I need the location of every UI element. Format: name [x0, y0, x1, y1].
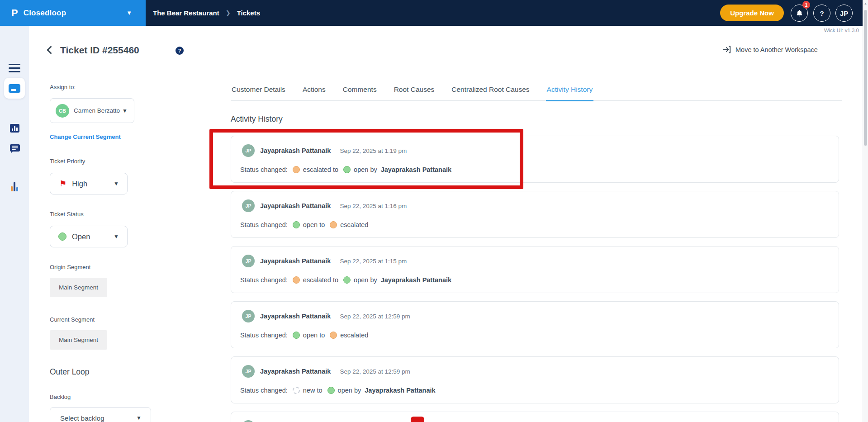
back-button[interactable]	[47, 46, 55, 54]
activity-card: JP Jayaprakash Pattanaik Sep 22, 2025 at…	[231, 301, 839, 348]
assignee-dropdown[interactable]: CB Carmen Berzatto ▼	[50, 98, 134, 123]
activity-user: Jayaprakash Pattanaik	[260, 313, 331, 320]
sidebar-item-analytics[interactable]	[10, 124, 19, 133]
user-avatar: JP	[242, 199, 255, 212]
bar-chart-icon	[12, 128, 13, 131]
activity-user: Jayaprakash Pattanaik	[260, 368, 331, 375]
origin-segment-chip: Main Segment	[50, 278, 107, 297]
ticket-priority-label: Ticket Priority	[50, 158, 85, 165]
app-name: Closedloop	[24, 9, 66, 18]
activity-card: JP Jayaprakash Pattanaik Sep 22, 2025 at…	[231, 356, 839, 403]
user-avatar: JP	[242, 144, 255, 157]
current-segment-chip: Main Segment	[50, 330, 107, 350]
hamburger-menu-icon[interactable]	[9, 64, 20, 75]
activity-user: Jayaprakash Pattanaik	[260, 147, 331, 154]
activity-card: JP Jayaprakash Pattanaik Sep 22, 2025 at…	[231, 191, 839, 238]
status-change-line: Status changed: escalated to open by Jay…	[240, 275, 451, 285]
assignee-avatar: CB	[56, 104, 69, 118]
upgrade-now-button[interactable]: Upgrade Now	[720, 5, 784, 21]
chevron-down-icon: ▼	[122, 108, 128, 114]
scroll-up-arrow-icon[interactable]: ▲	[864, 2, 867, 5]
chevron-down-icon: ▼	[114, 180, 119, 187]
tab-root-causes[interactable]: Root Causes	[393, 85, 436, 100]
workspace-switcher[interactable]: P Closedloop ▼	[0, 0, 146, 26]
question-mark-icon: ?	[178, 48, 181, 53]
origin-segment-label: Origin Segment	[50, 264, 90, 270]
tab-customer-details[interactable]: Customer Details	[231, 85, 286, 100]
priority-value: High	[72, 180, 114, 188]
status-dot-open	[343, 276, 351, 284]
page-title: Ticket ID #255460	[60, 45, 139, 56]
status-dot-escalated	[330, 221, 337, 228]
status-change-line: Status changed: open to escalated	[240, 330, 368, 341]
status-dot-escalated	[293, 276, 300, 284]
activity-timestamp: Sep 22, 2025 at 12:59 pm	[340, 368, 410, 375]
status-change-line: Status changed: new to open by Jayapraka…	[240, 385, 436, 396]
status-dot-escalated	[293, 166, 300, 173]
scrollbar-thumb[interactable]	[864, 10, 867, 146]
status-change-line: Status changed: escalated to open by Jay…	[240, 164, 451, 175]
move-to-workspace-button[interactable]: Move to Another Workspace	[722, 46, 818, 53]
status-dot-open	[293, 332, 300, 339]
breadcrumb-section[interactable]: Tickets	[237, 9, 260, 17]
activity-timestamp: Sep 22, 2025 at 1:15 pm	[340, 258, 407, 265]
chevron-down-icon[interactable]: ▼	[126, 9, 132, 16]
chevron-right-icon: ❯	[226, 9, 231, 16]
tab-comments[interactable]: Comments	[342, 85, 378, 100]
avatar-initials: JP	[840, 9, 848, 17]
activity-user: Jayaprakash Pattanaik	[260, 202, 331, 209]
open-status-dot	[58, 232, 66, 241]
activity-card: JP Jayaprakash Pattanaik Sep 22, 2025 at…	[231, 136, 839, 183]
backlog-placeholder: Select backlog	[60, 414, 136, 422]
top-header: P Closedloop ▼ The Bear Restaurant ❯ Tic…	[0, 0, 868, 26]
assign-to-label: Assign to:	[50, 84, 76, 90]
status-dot-open	[293, 221, 300, 228]
move-to-workspace-label: Move to Another Workspace	[735, 46, 818, 53]
sidebar-item-tickets[interactable]	[4, 78, 25, 99]
vertical-scrollbar[interactable]: ▲	[863, 0, 868, 422]
backlog-label: Backlog	[50, 394, 71, 400]
priority-dropdown[interactable]: ⚑ High ▼	[50, 173, 128, 194]
status-dot-open	[343, 166, 351, 173]
activity-card-partial: JP	[231, 412, 839, 422]
user-avatar: JP	[242, 365, 255, 378]
activity-timestamp: Sep 22, 2025 at 12:59 pm	[340, 313, 410, 320]
outer-loop-heading: Outer Loop	[50, 367, 90, 377]
current-segment-label: Current Segment	[50, 316, 95, 323]
help-button[interactable]: ?	[813, 5, 830, 22]
app-window: P Closedloop ▼ The Bear Restaurant ❯ Tic…	[0, 0, 868, 422]
ui-version-label: Wick UI: v1.3.0	[824, 28, 859, 33]
status-dropdown[interactable]: Open ▼	[50, 226, 128, 247]
tab-actions[interactable]: Actions	[302, 85, 327, 100]
sidebar-item-reports[interactable]	[11, 182, 18, 191]
closedloop-logo-icon: P	[11, 7, 18, 19]
actor-name: Jayaprakash Pattanaik	[365, 387, 435, 394]
actor-name: Jayaprakash Pattanaik	[381, 166, 451, 173]
activity-timestamp: Sep 22, 2025 at 1:19 pm	[340, 147, 407, 154]
user-avatar: JP	[242, 255, 255, 267]
colored-bar-chart-icon	[11, 186, 13, 191]
breadcrumb: The Bear Restaurant ❯ Tickets	[153, 0, 260, 26]
breadcrumb-workspace[interactable]: The Bear Restaurant	[153, 9, 219, 17]
tab-activity-history[interactable]: Activity History	[546, 85, 594, 101]
priority-flag-icon: ⚑	[59, 180, 66, 188]
change-segment-link[interactable]: Change Current Segment	[50, 133, 121, 140]
activity-card-header: JP Jayaprakash Pattanaik Sep 22, 2025 at…	[242, 144, 407, 157]
user-avatar[interactable]: JP	[835, 5, 853, 22]
sidebar-item-comments[interactable]	[10, 144, 20, 152]
ticket-card-icon	[9, 84, 20, 93]
bell-icon	[796, 9, 803, 17]
backlog-dropdown[interactable]: Select backlog ▼	[50, 407, 151, 422]
user-avatar: JP	[242, 420, 255, 422]
actor-name: Jayaprakash Pattanaik	[381, 276, 451, 284]
title-help-button[interactable]: ?	[175, 47, 184, 55]
status-dot-open	[327, 387, 335, 394]
activity-history-heading: Activity History	[231, 114, 283, 124]
chevron-down-icon: ▼	[136, 415, 142, 421]
tab-centralized-root-causes[interactable]: Centralized Root Causes	[451, 85, 530, 100]
status-dot-escalated	[330, 332, 337, 339]
status-value: Open	[72, 232, 114, 241]
notification-count-badge: 1	[802, 1, 810, 9]
status-change-line: Status changed: open to escalated	[240, 219, 368, 230]
ticket-status-label: Ticket Status	[50, 211, 84, 218]
